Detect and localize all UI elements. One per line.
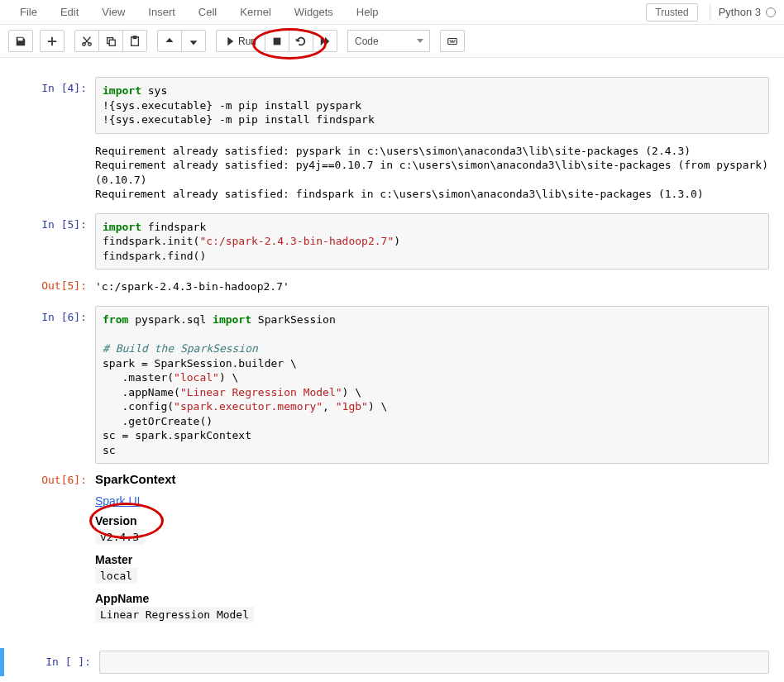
run-button[interactable]: Run xyxy=(216,30,265,52)
trusted-button[interactable]: Trusted xyxy=(646,3,697,21)
menu-cell[interactable]: Cell xyxy=(187,2,228,21)
kernel-status-icon xyxy=(766,7,776,17)
in-prompt: In [4]: xyxy=(0,77,95,134)
svg-rect-5 xyxy=(133,36,136,38)
menubar: File Edit View Insert Cell Kernel Widget… xyxy=(0,0,784,25)
cell-output: Requirement already satisfied: pyspark i… xyxy=(95,139,769,208)
sparkcontext-title: SparkContext xyxy=(95,472,769,486)
cell-output-row: Out[5]: 'c:/spark-2.4.3-bin-hadoop2.7' xyxy=(0,272,784,303)
paste-button[interactable] xyxy=(123,30,147,52)
move-down-button[interactable] xyxy=(182,30,206,52)
code-input[interactable]: from pyspark.sql import SparkSession # B… xyxy=(95,306,769,464)
cell-type-select[interactable]: Code xyxy=(347,30,430,52)
version-label: Version xyxy=(95,514,769,527)
toolbar: Run Code xyxy=(0,25,784,58)
interrupt-button[interactable] xyxy=(265,30,289,52)
master-value: local xyxy=(95,568,137,584)
menu-insert[interactable]: Insert xyxy=(136,2,187,21)
save-button[interactable] xyxy=(8,30,33,52)
out-prompt: Out[6]: xyxy=(0,469,95,631)
command-palette-button[interactable] xyxy=(440,30,465,52)
svg-rect-3 xyxy=(109,40,115,45)
cell-output: 'c:/spark-2.4.3-bin-hadoop2.7' xyxy=(95,274,769,301)
out-prompt: Out[5]: xyxy=(0,274,95,301)
menu-edit[interactable]: Edit xyxy=(49,2,90,21)
version-value: v2.4.3 xyxy=(95,529,144,545)
kernel-name[interactable]: Python 3 xyxy=(719,6,761,18)
svg-rect-7 xyxy=(448,38,457,44)
spark-ui-link[interactable]: Spark UI xyxy=(95,494,140,508)
appname-value: Linear Regression Model xyxy=(95,607,254,622)
restart-button[interactable] xyxy=(289,30,313,52)
cut-button[interactable] xyxy=(74,30,99,52)
code-cell[interactable]: In [6]: from pyspark.sql import SparkSes… xyxy=(0,303,784,466)
code-input[interactable]: import findspark findspark.init("c:/spar… xyxy=(95,213,769,270)
code-cell-selected[interactable]: In [ ]: xyxy=(0,648,784,676)
menu-help[interactable]: Help xyxy=(345,2,390,21)
menu-widgets[interactable]: Widgets xyxy=(283,2,345,21)
add-cell-button[interactable] xyxy=(40,30,65,52)
code-cell[interactable]: In [5]: import findspark findspark.init(… xyxy=(0,211,784,273)
restart-run-all-button[interactable] xyxy=(313,30,337,52)
svg-rect-6 xyxy=(274,37,281,45)
sparkcontext-output: SparkContext Spark UI Version v2.4.3 Mas… xyxy=(95,469,769,631)
master-label: Master xyxy=(95,553,769,566)
in-prompt: In [5]: xyxy=(0,213,95,270)
menu-file[interactable]: File xyxy=(8,2,49,21)
cell-output-row: Requirement already satisfied: pyspark i… xyxy=(0,136,784,211)
code-cell[interactable]: In [4]: import sys !{sys.executable} -m … xyxy=(0,74,784,136)
cell-output-row: Out[6]: SparkContext Spark UI Version v2… xyxy=(0,466,784,633)
in-prompt: In [ ]: xyxy=(4,651,99,674)
code-input[interactable]: import sys !{sys.executable} -m pip inst… xyxy=(95,77,769,134)
notebook-container: In [4]: import sys !{sys.executable} -m … xyxy=(0,58,784,682)
menu-view[interactable]: View xyxy=(90,2,136,21)
code-input[interactable] xyxy=(99,651,769,674)
menu-kernel[interactable]: Kernel xyxy=(228,2,283,21)
appname-label: AppName xyxy=(95,592,769,605)
in-prompt: In [6]: xyxy=(0,306,95,464)
copy-button[interactable] xyxy=(99,30,123,52)
move-up-button[interactable] xyxy=(157,30,182,52)
